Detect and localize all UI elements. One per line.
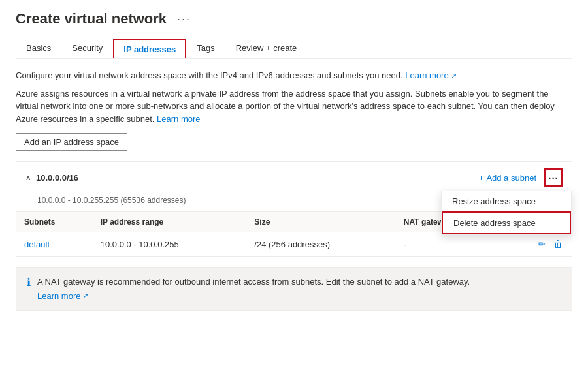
resize-address-space-item[interactable]: Resize address space (442, 191, 571, 211)
page-title: Create virtual network (16, 10, 167, 27)
plus-icon: + (479, 173, 484, 183)
page-menu-button[interactable]: ··· (173, 11, 195, 27)
chevron-up-icon: ∧ (25, 174, 31, 182)
tab-ip-addresses[interactable]: IP addresses (113, 39, 186, 58)
subnet-default-link[interactable]: default (24, 240, 50, 249)
address-space-header: ∧ 10.0.0.0/16 + Add a subnet ··· (16, 162, 572, 193)
info-icon: ℹ (27, 276, 31, 288)
description-block: Configure your virtual network address s… (16, 69, 572, 125)
delete-address-space-item[interactable]: Delete address space (442, 211, 571, 234)
add-ip-address-space-button[interactable]: Add an IP address space (16, 133, 127, 151)
notice-text: A NAT gateway is recommended for outboun… (37, 275, 470, 302)
tab-review-create[interactable]: Review + create (225, 38, 308, 58)
tab-basics[interactable]: Basics (16, 38, 61, 58)
external-link-icon-1: ↗ (451, 72, 457, 80)
subnet-ip-range: 10.0.0.0 - 10.0.0.255 (93, 232, 247, 257)
tab-security[interactable]: Security (61, 38, 113, 58)
address-space-more-button[interactable]: ··· (544, 168, 563, 187)
description-line1: Configure your virtual network address s… (16, 70, 403, 80)
subnet-size: /24 (256 addresses) (246, 232, 395, 257)
edit-subnet-button[interactable]: ✏ (536, 238, 547, 251)
address-space-actions: + Add a subnet ··· (479, 168, 563, 187)
address-space-card: ∧ 10.0.0.0/16 + Add a subnet ··· 10.0.0.… (16, 161, 572, 257)
description-line2: Azure assigns resources in a virtual net… (16, 89, 555, 124)
tabs-nav: Basics Security IP addresses Tags Review… (16, 38, 572, 59)
context-menu: Resize address space Delete address spac… (441, 191, 572, 235)
subnet-nat-gateway: - (396, 232, 501, 257)
notice-learn-more-link[interactable]: Learn more (37, 290, 80, 303)
notice-external-link-icon: ↗ (82, 290, 88, 302)
row-actions: ✏ 🗑 (509, 238, 564, 251)
add-subnet-button[interactable]: + Add a subnet (479, 173, 536, 183)
learn-more-link-1[interactable]: Learn more↗ (405, 70, 456, 80)
col-subnets: Subnets (16, 212, 93, 232)
address-space-title: ∧ 10.0.0.0/16 (25, 173, 78, 183)
col-ip-range: IP address range (93, 212, 247, 232)
nat-notice-bar: ℹ A NAT gateway is recommended for outbo… (16, 267, 572, 311)
col-size: Size (246, 212, 395, 232)
delete-subnet-button[interactable]: 🗑 (552, 238, 564, 251)
table-row: default 10.0.0.0 - 10.0.0.255 /24 (256 a… (16, 232, 572, 257)
tab-tags[interactable]: Tags (186, 38, 225, 58)
learn-more-link-2[interactable]: Learn more (157, 114, 200, 124)
